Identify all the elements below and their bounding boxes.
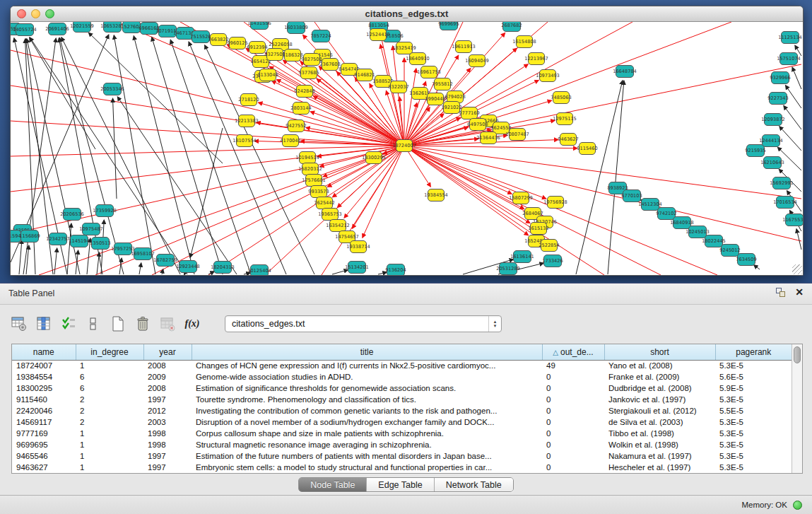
function-builder-button[interactable]: f(x) <box>183 315 201 333</box>
column-header-out-de-[interactable]: △out_de... <box>542 344 604 360</box>
graph-node[interactable]: 12093872 <box>761 114 785 126</box>
graph-node[interactable]: 15807299 <box>509 192 533 204</box>
table-cell[interactable]: Changes of HCN gene expression and I(f) … <box>192 360 542 371</box>
table-cell[interactable]: 5.3E-5 <box>715 462 792 473</box>
table-cell[interactable]: 0 <box>542 450 604 462</box>
graph-edge[interactable] <box>170 40 251 274</box>
table-cell[interactable]: de Silva et al. (2003) <box>604 416 715 428</box>
graph-node[interactable]: 17359928 <box>93 205 117 217</box>
table-cell[interactable]: 1997 <box>143 462 192 473</box>
table-cell[interactable]: Dudbridge et al. (2008) <box>604 382 715 394</box>
table-cell[interactable]: 9777169 <box>12 428 76 439</box>
graph-edge[interactable] <box>404 146 546 199</box>
graph-node[interactable]: 9329966 <box>770 72 790 84</box>
graph-node[interactable]: 20053346 <box>100 83 124 95</box>
graph-node[interactable]: 7625442 <box>314 197 334 209</box>
graph-node[interactable]: 17016534 <box>773 197 797 209</box>
table-vertical-scrollbar[interactable] <box>792 344 802 473</box>
graph-node[interactable]: 16154808 <box>512 36 536 48</box>
graph-node[interactable]: 1615132 <box>528 223 548 235</box>
table-cell[interactable]: Franke et al. (2009) <box>604 371 715 382</box>
minimize-window-button[interactable] <box>31 9 40 18</box>
graph-node[interactable]: 2522854 <box>539 240 559 252</box>
graph-edge[interactable] <box>332 270 348 274</box>
column-header-in-degree[interactable]: in_degree <box>76 344 143 360</box>
graph-node[interactable]: 14055724 <box>13 24 37 36</box>
graph-edge[interactable] <box>19 240 22 274</box>
table-row[interactable]: 1872400712008Changes of HCN gene express… <box>12 360 792 371</box>
table-cell[interactable]: 18724007 <box>12 360 76 371</box>
table-cell[interactable]: 2008 <box>143 382 192 394</box>
table-cell[interactable]: Tibbo et al. (1998) <box>604 428 715 439</box>
table-cell[interactable]: 49 <box>542 360 604 371</box>
table-cell[interactable]: 5.5E-5 <box>715 405 792 416</box>
combobox-stepper-icon[interactable]: ▲▼ <box>488 316 501 332</box>
table-cell[interactable]: 5.3E-5 <box>715 450 792 462</box>
graph-node[interactable]: 12213383 <box>235 115 259 127</box>
table-selector-combobox[interactable]: citations_edges.txt ▲▼ <box>225 315 502 332</box>
table-cell[interactable]: 2009 <box>143 371 192 382</box>
table-cell[interactable]: 0 <box>542 439 604 450</box>
table-cell[interactable]: 2 <box>76 394 143 405</box>
graph-node[interactable]: 12021559 <box>70 22 94 33</box>
graph-node[interactable]: 7634509 <box>736 254 756 266</box>
table-cell[interactable]: 0 <box>542 382 604 394</box>
table-cell[interactable]: 2003 <box>143 416 192 428</box>
table-row[interactable]: 946554611997Estimation of the future num… <box>12 450 792 462</box>
graph-node[interactable]: 11125134 <box>778 32 802 44</box>
table-cell[interactable]: 2008 <box>143 360 192 371</box>
graph-edge[interactable] <box>208 271 214 274</box>
close-panel-icon[interactable]: ✕ <box>795 288 804 297</box>
graph-node[interactable]: 12342757 <box>46 233 70 245</box>
table-settings-button[interactable] <box>10 315 28 333</box>
table-row[interactable]: 977716911998Corpus callosum shape and si… <box>12 428 792 439</box>
table-row[interactable]: 969969511998Structural magnetic resonanc… <box>12 439 792 450</box>
graph-node[interactable]: 11675533 <box>782 214 803 226</box>
table-cell[interactable]: 18300295 <box>12 382 76 394</box>
graph-edge[interactable] <box>88 33 223 163</box>
graph-node[interactable]: 18325419 <box>392 42 416 54</box>
graph-edge[interactable] <box>117 22 404 146</box>
graph-node[interactable]: 7857224 <box>310 30 331 42</box>
graph-node[interactable]: 1733426 <box>542 255 563 267</box>
graph-edge[interactable] <box>76 250 78 274</box>
graph-node[interactable]: 18204313 <box>211 262 235 274</box>
table-row[interactable]: 911546021997Tourette syndrome. Phenomeno… <box>12 394 792 405</box>
graph-node[interactable]: 12923448 <box>176 261 200 273</box>
graph-edge[interactable] <box>753 265 760 269</box>
table-cell[interactable]: 1 <box>76 462 143 473</box>
graph-edge[interactable] <box>404 146 530 223</box>
table-cell[interactable]: 1997 <box>143 450 192 462</box>
table-cell[interactable]: 5.9E-5 <box>715 382 792 394</box>
graph-node[interactable]: 2367608 <box>319 59 340 71</box>
graph-node[interactable]: 7663822 <box>208 34 228 46</box>
table-cell[interactable]: Estimation of significance thresholds fo… <box>192 382 542 394</box>
graph-node[interactable]: 15134201 <box>345 262 369 274</box>
graph-node[interactable]: 8133046 <box>257 69 278 81</box>
graph-node[interactable]: 11431556 <box>247 22 271 30</box>
table-cell[interactable]: 0 <box>542 416 604 428</box>
table-cell[interactable]: 5.3E-5 <box>715 439 792 450</box>
column-header-pagerank[interactable]: pagerank <box>715 344 792 360</box>
graph-edge[interactable] <box>404 146 801 241</box>
column-header-year[interactable]: year <box>143 344 192 360</box>
table-cell[interactable]: 5.3E-5 <box>715 360 792 371</box>
graph-node[interactable]: 16354212 <box>326 220 350 232</box>
graph-edge[interactable] <box>404 146 529 235</box>
graph-node[interactable]: 19384554 <box>424 189 448 201</box>
table-row[interactable]: 1830029562008Estimation of significance … <box>12 382 792 394</box>
table-cell[interactable]: 0 <box>542 371 604 382</box>
table-row[interactable]: 1456911722003Disruption of a novel membe… <box>12 416 792 428</box>
table-cell[interactable]: Estimation of the future numbers of pati… <box>192 450 542 462</box>
column-header-short[interactable]: short <box>604 344 715 360</box>
tab-node-table[interactable]: Node Table <box>299 478 367 491</box>
table-cell[interactable]: Wolkin et al. (1998) <box>604 439 715 450</box>
graph-node[interactable]: 9777169 <box>459 107 479 119</box>
graph-node[interactable]: 8322037 <box>388 81 408 93</box>
graph-edge[interactable] <box>796 229 801 250</box>
graph-node[interactable]: 5377685 <box>298 67 319 79</box>
graph-node[interactable]: 1156869 <box>19 230 40 243</box>
graph-node[interactable]: 8186328 <box>282 49 302 62</box>
graph-node[interactable]: 2687682 <box>501 22 522 32</box>
network-canvas-container[interactable]: 9465546140557242069140612021559106532871… <box>11 22 803 275</box>
